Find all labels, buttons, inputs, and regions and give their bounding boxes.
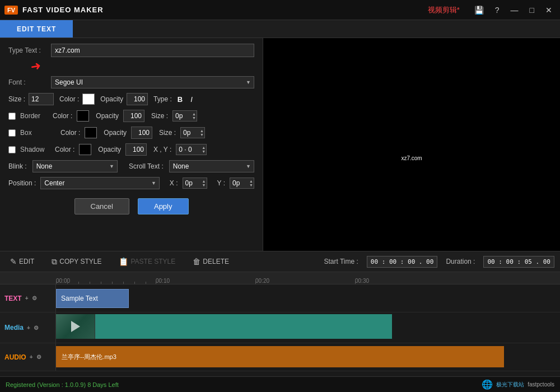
cancel-button[interactable]: Cancel: [74, 198, 129, 214]
shadow-checkbox[interactable]: [8, 146, 16, 153]
type-label: Type :: [153, 95, 172, 103]
border-row: Border Color : Opacity Size : ▲ ▼: [8, 110, 254, 122]
copy-style-button[interactable]: ⧉ COPY STYLE: [47, 255, 106, 269]
border-checkbox[interactable]: [8, 113, 16, 120]
audio-clip-label: 兰亭序--周杰伦.mp3: [62, 353, 116, 361]
preview-panel: xz7.com: [263, 38, 560, 251]
box-label: Box: [20, 129, 48, 137]
close-button[interactable]: ✕: [542, 4, 556, 16]
bold-button[interactable]: B: [175, 95, 185, 104]
duration-value[interactable]: 00 : 00 : 05 . 00: [483, 256, 554, 268]
y-spin[interactable]: ▲ ▼: [230, 178, 254, 189]
border-size-up[interactable]: ▲: [192, 112, 196, 116]
media-settings-icon[interactable]: ⚙: [34, 325, 39, 331]
box-size-up[interactable]: ▲: [200, 129, 204, 133]
y-down[interactable]: ▼: [249, 183, 253, 187]
scroll-select-wrapper[interactable]: NoneLeftRight: [169, 160, 254, 172]
x-spin[interactable]: ▲ ▼: [183, 178, 207, 189]
shadow-xy-down[interactable]: ▼: [202, 150, 206, 153]
text-track-name: TEXT: [4, 295, 22, 302]
box-checkbox[interactable]: [8, 129, 16, 137]
maximize-button[interactable]: □: [526, 4, 538, 16]
x-up[interactable]: ▲: [202, 179, 206, 183]
start-time-label: Start Time :: [324, 258, 358, 265]
border-size-down[interactable]: ▼: [192, 116, 196, 120]
position-select[interactable]: CenterTop LeftTop RightBottom Left: [40, 177, 160, 189]
audio-settings-icon[interactable]: ⚙: [36, 354, 41, 360]
scroll-select[interactable]: NoneLeftRight: [169, 160, 254, 172]
font-select[interactable]: Segoe UI Arial Times New Roman: [51, 76, 254, 88]
box-size-down[interactable]: ▼: [200, 133, 204, 137]
text-clip-label: Sample Text: [61, 295, 98, 302]
x-down[interactable]: ▼: [202, 183, 206, 187]
shadow-xy-label: X , Y :: [153, 146, 171, 153]
text-track-row: TEXT + ⚙ ➜ Sample Text: [0, 284, 560, 312]
scroll-label: Scroll Text :: [129, 162, 164, 170]
apply-button[interactable]: Apply: [138, 198, 189, 214]
left-panel: Type Text : ➜ Font : Segoe UI Arial Time…: [0, 38, 263, 251]
start-time-value[interactable]: 00 : 00 : 00 . 00: [367, 256, 438, 268]
border-size-spin[interactable]: ▲ ▼: [172, 110, 197, 122]
media-clip[interactable]: [56, 314, 392, 339]
text-track-content[interactable]: ➜ Sample Text: [56, 284, 560, 312]
delete-button[interactable]: 🗑 DELETE: [188, 255, 234, 268]
size-select[interactable]: 1214161824: [29, 93, 54, 105]
minimize-button[interactable]: —: [507, 4, 522, 16]
blink-select-wrapper[interactable]: NoneSlowFast: [32, 160, 118, 172]
tab-edit-text[interactable]: EDIT TEXT: [0, 20, 73, 38]
text-add-icon[interactable]: +: [25, 295, 29, 301]
shadow-opacity-input[interactable]: [125, 143, 147, 156]
type-text-input[interactable]: [51, 44, 254, 57]
chinese-title: 视频剪辑*: [428, 5, 460, 15]
media-add-icon[interactable]: +: [27, 325, 30, 331]
box-size-spin[interactable]: ▲ ▼: [180, 127, 205, 138]
edit-label: EDIT: [19, 258, 34, 265]
size-color-row: Size : 1214161824 Color : Opacity Type :…: [8, 93, 254, 105]
media-track-content[interactable]: [56, 312, 560, 343]
position-row: Position : CenterTop LeftTop RightBottom…: [8, 177, 254, 189]
y-label: Y :: [217, 179, 225, 187]
edit-button[interactable]: ✎ EDIT: [6, 255, 39, 268]
shadow-xy-spin[interactable]: ▲ ▼: [176, 144, 207, 155]
app-title: FAST VIDEO MAKER: [22, 6, 428, 14]
font-select-wrapper[interactable]: Segoe UI Arial Times New Roman: [51, 76, 254, 88]
shadow-color-picker[interactable]: [79, 144, 91, 155]
thumbnail-inner: [56, 314, 95, 339]
opacity-input-1[interactable]: [127, 93, 148, 105]
border-opacity-input[interactable]: [123, 110, 144, 122]
box-opacity-input[interactable]: [131, 127, 152, 139]
italic-button[interactable]: I: [188, 95, 195, 104]
audio-track-content[interactable]: 兰亭序--周杰伦.mp3: [56, 343, 560, 371]
main-content: Type Text : ➜ Font : Segoe UI Arial Time…: [0, 38, 560, 251]
tabbar: EDIT TEXT: [0, 20, 560, 38]
shadow-color-label: Color :: [55, 146, 74, 153]
box-size-label: Size :: [159, 129, 176, 137]
paste-style-button[interactable]: 📋 PASTE STYLE: [114, 255, 180, 268]
shadow-xy-up[interactable]: ▲: [202, 146, 206, 150]
audio-track-name: AUDIO: [4, 353, 26, 361]
timeline-toolbar: ✎ EDIT ⧉ COPY STYLE 📋 PASTE STYLE 🗑 DELE…: [0, 251, 560, 272]
watermark-logo-icon: 🌐: [482, 379, 493, 390]
audio-clip[interactable]: 兰亭序--周杰伦.mp3: [56, 346, 504, 367]
border-size-label: Size :: [151, 112, 168, 120]
save-button[interactable]: 💾: [471, 4, 487, 16]
text-clip[interactable]: Sample Text: [56, 289, 129, 308]
app-logo: FV: [4, 6, 18, 15]
position-select-wrapper[interactable]: CenterTop LeftTop RightBottom Left: [40, 177, 160, 189]
statusbar: Registered (Version : 1.0.0.9) 8 Days Le…: [0, 376, 560, 392]
color-picker-1[interactable]: [82, 94, 95, 105]
ruler-mark-3: 00:30: [355, 278, 369, 284]
text-settings-icon[interactable]: ⚙: [32, 295, 37, 301]
audio-add-icon[interactable]: +: [30, 354, 33, 360]
blink-scroll-row: Blink : NoneSlowFast Scroll Text : NoneL…: [8, 160, 254, 172]
copy-style-label: COPY STYLE: [59, 258, 101, 265]
play-icon: [71, 321, 80, 332]
blink-select[interactable]: NoneSlowFast: [32, 160, 118, 172]
help-button[interactable]: ?: [492, 4, 503, 16]
shadow-opacity-label: Opacity: [98, 146, 121, 153]
box-color-picker[interactable]: [85, 127, 97, 138]
watermark: 🌐 极光下载站 fastpctools: [482, 379, 554, 390]
y-up[interactable]: ▲: [249, 179, 253, 183]
delete-label: DELETE: [203, 258, 229, 265]
border-color-picker[interactable]: [77, 110, 89, 122]
